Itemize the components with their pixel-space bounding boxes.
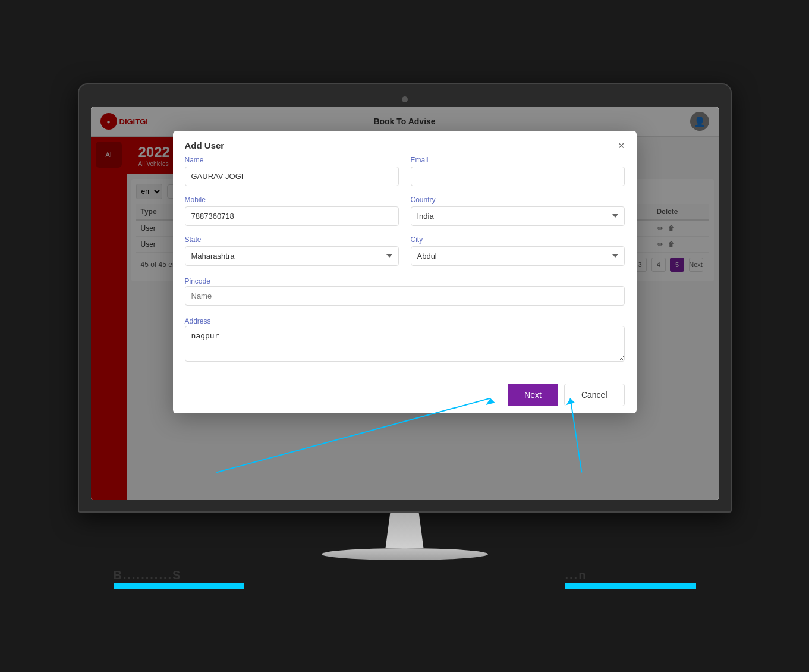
name-label: Name [185,156,399,164]
modal-body: Name Email Mobile [173,156,637,376]
form-group-pincode: Pincode [185,275,625,306]
address-label: Address [185,317,211,325]
email-input[interactable] [411,167,625,186]
modal-close-button[interactable]: × [618,140,625,151]
city-select[interactable]: Abdul [411,246,625,266]
form-group-mobile: Mobile [185,196,399,226]
app-background: ● DIGITGI Book To Advise 👤 Al [91,107,719,500]
next-button[interactable]: Next [508,384,558,406]
add-user-modal: Add User × Name Email [173,131,637,413]
name-input[interactable] [185,167,399,186]
city-label: City [411,235,625,244]
monitor-camera-dot [402,96,408,102]
mobile-input[interactable] [185,206,399,226]
monitor-stand-base [322,548,488,560]
modal-footer: Next Cancel [173,376,637,413]
bottom-label-left: B...........S [114,569,244,589]
monitor-stand-neck [381,513,429,548]
email-label: Email [411,156,625,164]
form-group-name: Name [185,156,399,186]
bottom-right-highlight [565,583,696,589]
pincode-input[interactable] [185,286,625,306]
state-label: State [185,235,399,244]
pincode-label: Pincode [185,277,210,285]
form-row-mobile-country: Mobile Country India [185,196,625,226]
modal-title: Add User [185,140,225,150]
country-label: Country [411,196,625,204]
bottom-right-text: ...n [565,569,696,582]
form-group-address: Address nagpur [185,315,625,364]
form-group-state: State Maharashtra [185,235,399,266]
form-group-city: City Abdul [411,235,625,266]
monitor-bezel: ● DIGITGI Book To Advise 👤 Al [78,83,732,513]
country-select[interactable]: India [411,206,625,226]
form-row-name-email: Name Email [185,156,625,186]
form-row-state-city: State Maharashtra City Abdul [185,235,625,266]
bottom-left-text: B...........S [114,569,244,582]
monitor-screen: ● DIGITGI Book To Advise 👤 Al [91,107,719,500]
bottom-labels: B...........S ...n [78,563,732,589]
address-textarea[interactable]: nagpur [185,326,625,362]
bottom-label-right: ...n [565,569,696,589]
modal-header: Add User × [173,131,637,156]
state-select[interactable]: Maharashtra [185,246,399,266]
form-group-country: Country India [411,196,625,226]
cancel-button[interactable]: Cancel [564,384,625,406]
mobile-label: Mobile [185,196,399,204]
bottom-left-highlight [114,583,244,589]
form-group-email: Email [411,156,625,186]
monitor-shell: ● DIGITGI Book To Advise 👤 Al [78,83,732,589]
